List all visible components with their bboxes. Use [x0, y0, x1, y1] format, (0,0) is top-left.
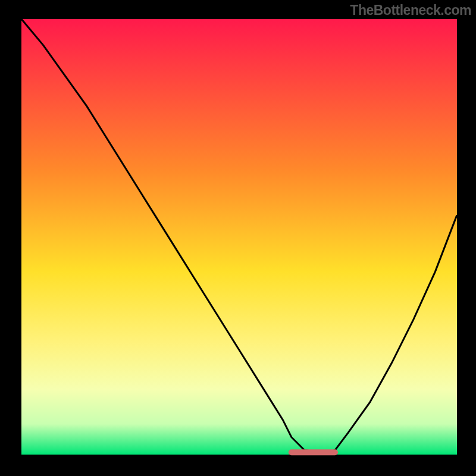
bottleneck-chart [0, 0, 476, 476]
attribution-text: TheBottleneck.com [350, 2, 471, 18]
chart-frame: TheBottleneck.com [0, 0, 476, 476]
plot-background [21, 19, 457, 455]
